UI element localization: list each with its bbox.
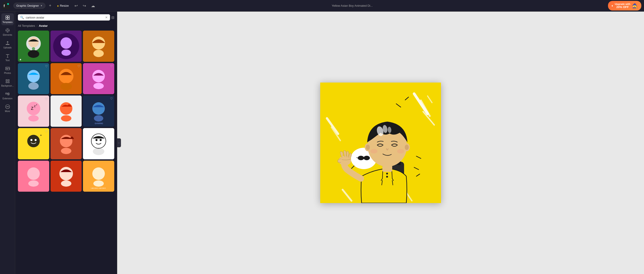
elements-icon: [5, 28, 10, 33]
template-card[interactable]: ♡: [18, 63, 49, 94]
template-card[interactable]: ★: [18, 30, 49, 62]
sidebar-item-templates[interactable]: Templates: [1, 13, 14, 25]
template-card[interactable]: [18, 161, 49, 192]
cloud-upload-button[interactable]: ☁: [90, 2, 96, 9]
svg-point-113: [366, 144, 370, 150]
heart-badge[interactable]: ♡: [45, 97, 48, 100]
undo-button[interactable]: ↩: [73, 2, 79, 9]
upgrade-discount: 20% OFF: [615, 5, 630, 9]
fotor-logo[interactable]: f: [3, 2, 10, 9]
sidebar-item-photos[interactable]: Photos: [1, 64, 14, 76]
template-card[interactable]: [83, 30, 114, 62]
sidebar-item-uploads[interactable]: Uploads: [1, 39, 14, 51]
template-preview: ★: [18, 128, 49, 159]
svg-point-2: [7, 3, 9, 5]
svg-point-32: [28, 82, 39, 90]
template-card[interactable]: I AM KIKO I AM KIKO: [83, 161, 114, 192]
template-preview: ★: [18, 30, 49, 62]
witch-icon: 🧙: [632, 3, 638, 8]
svg-point-15: [8, 107, 8, 107]
template-preview: [50, 96, 82, 127]
filter-button[interactable]: ⊟: [111, 15, 114, 20]
svg-point-26: [62, 49, 71, 56]
svg-point-7: [7, 29, 8, 31]
template-card[interactable]: ♡: [50, 63, 82, 94]
svg-point-70: [61, 180, 71, 186]
sidebar-extension-label: Extension: [3, 97, 12, 100]
template-preview: [50, 30, 82, 62]
sidebar-uploads-label: Uploads: [3, 46, 12, 49]
svg-point-61: [92, 134, 106, 148]
heart-badge[interactable]: ♡: [110, 64, 113, 68]
template-card[interactable]: ♡: [83, 63, 114, 94]
tool-selector-label: Graphic Designer: [16, 4, 39, 7]
upgrade-button[interactable]: ♦ Upgrade with 20% OFF 🧙: [608, 1, 641, 10]
svg-point-31: [27, 70, 40, 82]
resize-button[interactable]: ♦ Resize: [55, 3, 71, 9]
sidebar-item-more[interactable]: More: [1, 102, 14, 114]
template-preview: [50, 128, 82, 159]
svg-point-44: [28, 115, 39, 122]
template-preview: [83, 128, 114, 159]
template-card[interactable]: [83, 128, 114, 159]
svg-point-117: [397, 149, 404, 153]
svg-point-72: [92, 167, 105, 180]
template-card[interactable]: [50, 96, 82, 127]
svg-point-34: [59, 69, 73, 83]
svg-point-58: [60, 135, 72, 147]
photos-icon: [5, 66, 10, 71]
tool-selector[interactable]: Graphic Designer ▼: [14, 3, 46, 9]
collapse-panel-button[interactable]: ‹: [117, 138, 121, 147]
template-card[interactable]: [50, 161, 82, 192]
sidebar-item-backgrounds[interactable]: Backgroun...: [1, 77, 14, 89]
template-card[interactable]: GAMING ♡: [83, 96, 114, 127]
svg-point-14: [6, 107, 7, 107]
svg-point-64: [93, 148, 104, 155]
add-button[interactable]: +: [48, 2, 53, 9]
heart-badge[interactable]: ♡: [110, 97, 113, 100]
undo-icon: ↩: [74, 3, 78, 8]
design-canvas[interactable]: [320, 83, 441, 203]
breadcrumb-all-templates[interactable]: All Templates: [18, 24, 35, 27]
search-box[interactable]: 🔍 ✕: [18, 14, 110, 20]
extension-icon: [5, 92, 10, 96]
svg-point-46: [60, 102, 72, 115]
svg-point-10: [6, 68, 7, 69]
templates-icon: [5, 15, 10, 20]
heart-badge[interactable]: ♡: [45, 130, 48, 133]
template-preview: [18, 161, 49, 192]
template-card[interactable]: [50, 128, 82, 159]
heart-badge[interactable]: ♡: [77, 64, 80, 68]
sidebar-more-label: More: [5, 110, 10, 113]
upgrade-text: Upgrade with 20% OFF: [615, 3, 630, 9]
svg-point-21: [32, 47, 35, 50]
sidebar-text-label: Text: [5, 59, 10, 62]
uploads-icon: [5, 41, 10, 45]
heart-badge[interactable]: ♡: [45, 64, 48, 68]
svg-point-115: [405, 144, 409, 150]
search-input[interactable]: [26, 16, 103, 19]
text-icon: [5, 53, 10, 58]
template-card[interactable]: Z z z ♡: [18, 96, 49, 127]
search-icon: 🔍: [20, 16, 24, 19]
sidebar-item-elements[interactable]: Elements: [1, 26, 14, 38]
svg-text:f: f: [4, 4, 5, 8]
template-preview: [50, 63, 82, 94]
template-preview: [18, 63, 49, 94]
svg-point-35: [60, 83, 72, 90]
svg-point-94: [364, 156, 370, 160]
canvas-illustration: [320, 83, 441, 203]
svg-point-73: [94, 180, 104, 186]
redo-button[interactable]: ↪: [82, 2, 88, 9]
svg-point-40: [27, 102, 40, 115]
clear-icon[interactable]: ✕: [105, 16, 108, 19]
sidebar-backgrounds-label: Backgroun...: [1, 85, 14, 87]
template-card[interactable]: [50, 30, 82, 62]
plus-icon: +: [49, 3, 52, 8]
sidebar-item-text[interactable]: Text: [1, 52, 14, 63]
chevron-left-icon: ‹: [118, 142, 119, 144]
sidebar-item-extension[interactable]: Extension: [1, 90, 14, 102]
svg-text:z: z: [34, 104, 36, 108]
svg-point-47: [61, 115, 71, 122]
template-card[interactable]: ★ ♡: [18, 128, 49, 159]
